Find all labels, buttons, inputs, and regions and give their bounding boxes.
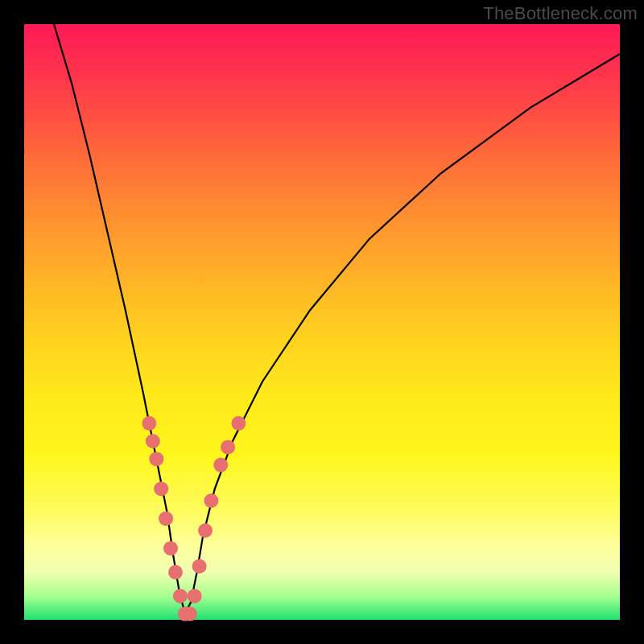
bottleneck-curve [54,24,620,614]
highlight-dot [213,458,228,473]
chart-frame: TheBottleneck.com [0,0,644,644]
plot-area [24,24,620,620]
watermark-label: TheBottleneck.com [483,3,638,24]
highlight-dot [163,541,178,555]
highlight-dots-group [142,416,246,621]
highlight-dot [183,607,197,621]
highlight-dot [188,588,202,603]
curve-layer [24,24,620,620]
highlight-dot [231,416,246,431]
highlight-dot [204,493,218,508]
highlight-dot [149,452,163,466]
highlight-dot [173,588,188,603]
highlight-dot [159,511,173,526]
highlight-dot [221,440,235,454]
highlight-dot [192,559,207,573]
highlight-dot [142,416,156,431]
highlight-dot [154,481,168,496]
highlight-dot [198,523,213,538]
highlight-dot [146,434,160,448]
highlight-dot [168,565,183,580]
